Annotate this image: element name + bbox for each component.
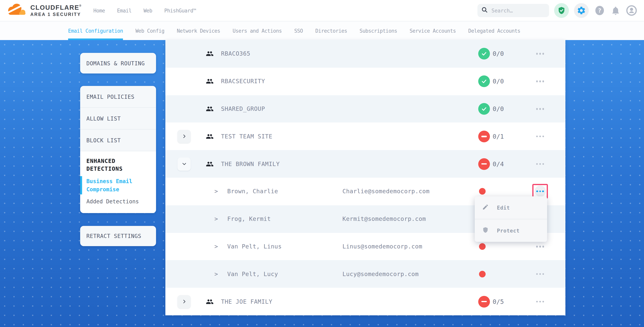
member-caret: > [214, 215, 218, 222]
app-header: CLOUDFLARE® AREA 1 SECURITY HomeEmailWeb… [0, 0, 644, 21]
tab-web-config[interactable]: Web Config [136, 21, 164, 40]
sidebar-item-block-list[interactable]: BLOCK LIST [80, 129, 156, 151]
brand-logo[interactable]: CLOUDFLARE® AREA 1 SECURITY [6, 2, 82, 19]
dot [542, 190, 544, 192]
protection-count: 0/4 [493, 160, 504, 168]
dot [539, 53, 541, 55]
nav-item-phishguard[interactable]: PhishGuard™ [164, 7, 196, 13]
status-check-badge [478, 75, 490, 87]
registered-mark: ® [79, 4, 82, 7]
sidebar-item-email-policies[interactable]: EMAIL POLICIES [80, 86, 156, 108]
dot [539, 246, 541, 247]
context-menu-edit[interactable]: Edit [475, 196, 547, 219]
group-name: RBACSECURITY [221, 78, 265, 85]
member-name: Van Pelt, Lucy [227, 271, 278, 278]
sidebar-item-business-email-compromise[interactable]: Business Email Compromise [80, 177, 156, 193]
row-actions-menu-button[interactable] [533, 273, 547, 275]
member-name: Frog, Kermit [227, 215, 271, 222]
top-nav: HomeEmailWebPhishGuard™ [94, 7, 196, 13]
status-check-badge [478, 48, 490, 60]
row-actions-menu-button[interactable] [533, 80, 547, 82]
member-caret: > [214, 243, 218, 250]
sidebar-card-domains: DOMAINS & ROUTING [80, 53, 156, 73]
context-menu-protect[interactable]: Protect [475, 219, 547, 242]
dot [539, 190, 541, 192]
expand-chevron-right-icon[interactable] [178, 295, 191, 308]
group-name: THE JOE FAMILY [221, 298, 272, 305]
tab-service-accounts[interactable]: Service Accounts [410, 21, 456, 40]
app: CLOUDFLARE® AREA 1 SECURITY HomeEmailWeb… [0, 0, 644, 327]
member-name: Brown, Charlie [227, 188, 278, 195]
sidebar-item-retract-settings[interactable]: RETRACT SETTINGS [80, 233, 148, 239]
dot [536, 53, 538, 55]
pencil-icon [482, 204, 489, 212]
table-row-group: TEST TEAM SITE0/1 [166, 123, 566, 150]
dot [536, 108, 538, 110]
group-people-icon [206, 77, 214, 85]
brand-name: CLOUDFLARE® [30, 4, 82, 11]
dot [542, 273, 544, 275]
member-caret: > [214, 271, 218, 278]
row-actions-menu-button[interactable] [533, 108, 547, 110]
tab-directories[interactable]: Directories [316, 21, 347, 40]
member-email: Lucy@somedemocorp.com [342, 271, 419, 278]
active-indicator-bar [80, 176, 82, 194]
protection-count: 0/0 [493, 50, 504, 57]
row-actions-menu-button[interactable] [533, 246, 547, 247]
dot [539, 273, 541, 275]
group-people-icon [206, 105, 214, 113]
search-box[interactable] [478, 4, 549, 17]
tab-email-configuration[interactable]: Email Configuration [68, 21, 123, 40]
member-email: Linus@somedemocorp.com [342, 243, 422, 250]
cloudflare-cloud-icon [6, 2, 27, 19]
tab-delegated-accounts[interactable]: Delegated Accounts [468, 21, 520, 40]
dot [536, 246, 538, 247]
tab-network-devices[interactable]: Network Devices [177, 21, 220, 40]
row-actions-menu-button[interactable] [533, 301, 547, 303]
dot [536, 135, 538, 137]
search-input[interactable] [491, 7, 543, 14]
row-actions-menu-button[interactable] [533, 163, 547, 165]
account-icon[interactable] [626, 5, 638, 16]
notifications-bell-icon[interactable] [610, 5, 621, 15]
dot [542, 163, 544, 165]
member-name: Van Pelt, Linus [227, 243, 282, 250]
dot [539, 80, 541, 82]
group-people-icon [206, 160, 214, 168]
dot [542, 301, 544, 303]
settings-gear-icon[interactable] [574, 3, 589, 18]
sidebar-item-added-detections[interactable]: Added Detections [80, 199, 156, 205]
status-minus-badge [478, 131, 490, 142]
sidebar-card-policies: EMAIL POLICIES ALLOW LIST BLOCK LIST ENH… [80, 86, 156, 213]
row-actions-menu-button[interactable] [534, 186, 546, 197]
nav-item-web[interactable]: Web [144, 7, 152, 13]
main-area: DOMAINS & ROUTING EMAIL POLICIES ALLOW L… [0, 40, 644, 327]
dot [539, 135, 541, 137]
group-name: TEST TEAM SITE [221, 133, 272, 140]
tab-subscriptions[interactable]: Subscriptions [360, 21, 397, 40]
collapse-chevron-down-icon[interactable] [178, 157, 191, 171]
sidebar-item-domains-routing[interactable]: DOMAINS & ROUTING [80, 60, 151, 66]
member-caret: > [214, 188, 218, 195]
shield-icon [482, 227, 489, 235]
tab-users-and-actions[interactable]: Users and Actions [233, 21, 282, 40]
nav-item-email[interactable]: Email [117, 7, 131, 13]
row-actions-menu-button[interactable] [533, 53, 547, 55]
expand-chevron-right-icon[interactable] [178, 130, 191, 143]
sidebar-item-enhanced-detections[interactable]: ENHANCED DETECTIONS [80, 157, 156, 173]
dot [536, 273, 538, 275]
tab-sso[interactable]: SSO [294, 21, 303, 40]
group-name: RBACO365 [221, 50, 250, 57]
dot [542, 80, 544, 82]
table-row-group: THE JOE FAMILY0/5 [166, 288, 566, 315]
search-icon [481, 6, 488, 14]
nav-item-home[interactable]: Home [94, 7, 105, 13]
help-icon[interactable]: ? [594, 5, 606, 16]
shield-check-icon[interactable] [554, 3, 569, 18]
row-actions-menu-button[interactable] [533, 135, 547, 137]
sidebar-item-allow-list[interactable]: ALLOW LIST [80, 108, 156, 129]
protection-count: 0/5 [493, 298, 504, 305]
status-minus-badge [478, 296, 490, 307]
sidebar-section-enhanced-detections: ENHANCED DETECTIONS Business Email Compr… [80, 151, 156, 213]
protection-count: 0/0 [493, 78, 504, 85]
